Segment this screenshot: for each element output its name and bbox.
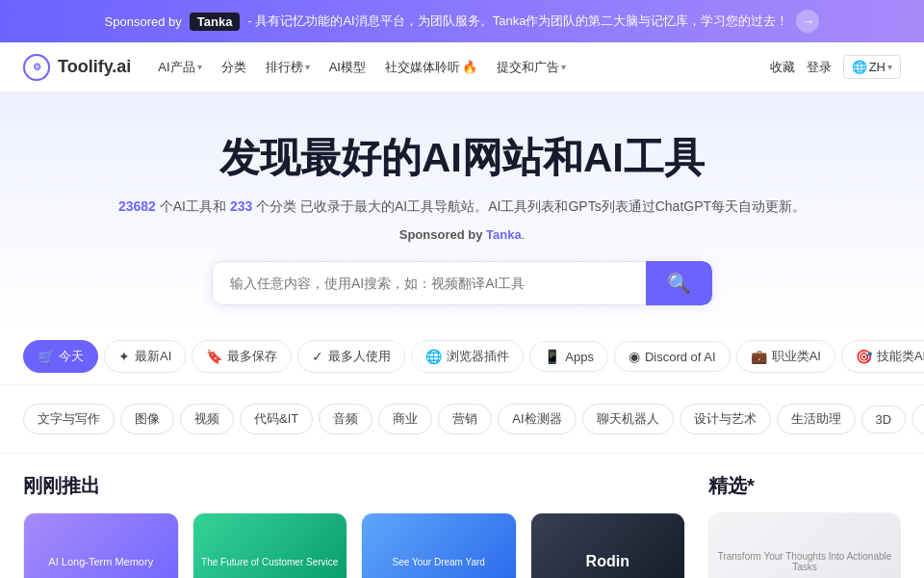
sponsored-suffix: . xyxy=(522,227,526,242)
sponsored-line: Sponsored by Tanka. xyxy=(23,227,901,242)
sponsor-prefix: Sponsored by xyxy=(105,14,182,29)
check-icon: ✓ xyxy=(312,349,323,364)
featured-title: 精选* xyxy=(708,473,901,499)
apps-icon: 📱 xyxy=(544,349,560,364)
hero-section: 发现最好的AI网站和AI工具 23682 个AI工具和 233 个分类 已收录于… xyxy=(0,92,924,328)
filter-tab-most-used[interactable]: ✓ 最多人使用 xyxy=(297,340,405,373)
chevron-down-icon: ▾ xyxy=(305,62,310,72)
tab-label: Apps xyxy=(565,350,594,364)
search-bar: 🔍 xyxy=(212,261,712,305)
nav-label: 提交和广告 xyxy=(497,59,559,76)
language-selector[interactable]: 🌐 ZH ▾ xyxy=(843,55,901,79)
filter-tab-most-saved[interactable]: 🔖 最多保存 xyxy=(192,340,292,373)
search-input[interactable] xyxy=(212,261,646,305)
hero-stats-text: 个AI工具和 xyxy=(156,198,230,214)
chrome-icon: 🌐 xyxy=(425,349,442,364)
filter-tab-newest[interactable]: ✦ 最新AI xyxy=(104,340,186,373)
card-jotform[interactable]: The Future of Customer Service Jotform A… xyxy=(192,512,348,578)
logo-icon: ⚙ xyxy=(23,54,50,81)
nav-label: 分类 xyxy=(221,59,246,76)
category-chips: 文字与写作 图像 视频 代码&IT 音频 商业 营销 AI检测器 聊天机器人 设… xyxy=(0,385,924,454)
save-button[interactable]: 收藏 xyxy=(770,59,795,76)
card-thumbnail-yardflip: See Your Dream Yard xyxy=(362,513,516,578)
nav-label: 排行榜 xyxy=(266,59,303,76)
nav-item-ai-model[interactable]: AI模型 xyxy=(321,53,373,82)
star-icon: ✦ xyxy=(118,349,130,364)
hero-title: 发现最好的AI网站和AI工具 xyxy=(23,131,901,185)
tab-label: 最新AI xyxy=(135,348,171,365)
tab-label: Discord of AI xyxy=(645,350,716,364)
nav-item-ai-products[interactable]: AI产品 ▾ xyxy=(150,53,209,82)
chip-image[interactable]: 图像 xyxy=(120,404,174,434)
chip-chatbot[interactable]: 聊天机器人 xyxy=(582,404,674,434)
filter-tab-apps[interactable]: 📱 Apps xyxy=(529,341,608,372)
cat-count: 233 xyxy=(230,198,252,214)
chip-life[interactable]: 生活助理 xyxy=(777,404,856,434)
discord-icon: ◉ xyxy=(629,349,640,364)
chip-marketing[interactable]: 营销 xyxy=(438,404,492,434)
tab-label: 浏览器插件 xyxy=(447,348,509,365)
card-yardflip[interactable]: See Your Dream Yard YardFlip ↗ 👍 0 xyxy=(361,512,517,578)
tab-label: 最多人使用 xyxy=(328,348,391,365)
main-content: 刚刚推出 AI Long-Term Memory Tanka ↗ ↑0.05% xyxy=(0,454,924,578)
new-tools-section: 刚刚推出 AI Long-Term Memory Tanka ↗ ↑0.05% xyxy=(23,473,685,578)
chevron-down-icon: ▾ xyxy=(197,62,202,72)
shopping-icon: 🛒 xyxy=(38,349,54,364)
banner-arrow-icon[interactable]: → xyxy=(796,10,819,33)
nav-item-categories[interactable]: 分类 xyxy=(214,53,254,82)
featured-card[interactable]: Transform Your Thoughts Into Actionable … xyxy=(708,512,901,578)
sponsored-brand-link[interactable]: Tanka xyxy=(486,227,522,242)
chip-video[interactable]: 视频 xyxy=(180,404,234,434)
hero-stats-tail: 个分类 已收录于最大的AI工具导航站。AI工具列表和GPTs列表通过ChatGP… xyxy=(252,198,806,214)
card-thumbnail-jotform: The Future of Customer Service xyxy=(193,513,347,578)
hero-subtitle: 23682 个AI工具和 233 个分类 已收录于最大的AI工具导航站。AI工具… xyxy=(23,198,901,216)
tab-label: 今天 xyxy=(59,348,84,365)
nav-label: 社交媒体聆听 xyxy=(385,59,460,76)
logo-text: Toolify.ai xyxy=(58,57,131,77)
login-button[interactable]: 登录 xyxy=(807,59,832,76)
nav-label: AI产品 xyxy=(158,59,194,76)
tab-label: 最多保存 xyxy=(227,348,277,365)
chevron-down-icon: ▾ xyxy=(561,62,566,72)
nav-item-social[interactable]: 社交媒体聆听 🔥 xyxy=(377,53,485,82)
chip-design[interactable]: 设计与艺术 xyxy=(680,404,771,434)
tool-count: 23682 xyxy=(118,198,156,214)
filter-tab-today[interactable]: 🛒 今天 xyxy=(23,340,98,373)
card-thumbnail-rodin: Rodin xyxy=(531,513,685,578)
globe-icon: 🌐 xyxy=(852,60,867,74)
featured-thumbnail: Transform Your Thoughts Into Actionable … xyxy=(709,513,900,578)
sponsor-text: - 具有记忆功能的AI消息平台，为团队服务。Tanka作为团队的第二大脑与记忆库… xyxy=(247,13,788,30)
filter-tab-career[interactable]: 💼 职业类AI xyxy=(736,340,835,373)
nav-item-submit[interactable]: 提交和广告 ▾ xyxy=(489,53,574,82)
filter-tab-skill[interactable]: 🎯 技能类AI xyxy=(841,340,924,373)
chip-audio[interactable]: 音频 xyxy=(319,404,372,434)
chip-business[interactable]: 商业 xyxy=(378,404,432,434)
chip-ai-detect[interactable]: AI检测器 xyxy=(498,404,576,434)
lang-label: ZH xyxy=(869,60,886,74)
nav-label: AI模型 xyxy=(329,59,366,76)
filter-tab-discord[interactable]: ◉ Discord of AI xyxy=(614,341,731,372)
card-rodin[interactable]: Rodin Rodin ↗ ↑1.0% ↑0.07% xyxy=(530,512,686,578)
chip-writing[interactable]: 文字与写作 xyxy=(23,404,115,434)
sponsor-brand[interactable]: Tanka xyxy=(190,13,241,31)
card-tanka[interactable]: AI Long-Term Memory Tanka ↗ ↑0.05% xyxy=(23,512,179,578)
nav-item-ranking[interactable]: 排行榜 ▾ xyxy=(258,53,318,82)
nav-right: 收藏 登录 🌐 ZH ▾ xyxy=(770,55,901,79)
briefcase-icon: 💼 xyxy=(751,349,767,364)
filter-tab-browser[interactable]: 🌐 浏览器插件 xyxy=(411,340,524,373)
section-new-title: 刚刚推出 xyxy=(23,473,685,499)
search-icon: 🔍 xyxy=(667,272,691,295)
search-button[interactable]: 🔍 xyxy=(646,261,712,305)
chevron-down-icon: ▾ xyxy=(887,62,892,72)
target-icon: 🎯 xyxy=(856,349,872,364)
tab-label: 职业类AI xyxy=(772,348,821,365)
card-thumbnail-tanka: AI Long-Term Memory xyxy=(24,513,178,578)
cards-grid: AI Long-Term Memory Tanka ↗ ↑0.05% xyxy=(23,512,685,578)
chip-code[interactable]: 代码&IT xyxy=(240,404,313,434)
chip-education[interactable]: 教育 xyxy=(911,404,924,434)
navbar: ⚙ Toolify.ai AI产品 ▾ 分类 排行榜 ▾ AI模型 社交媒体聆听… xyxy=(0,42,924,92)
logo[interactable]: ⚙ Toolify.ai xyxy=(23,54,131,81)
chip-3d[interactable]: 3D xyxy=(861,406,907,434)
sponsor-banner: Sponsored by Tanka - 具有记忆功能的AI消息平台，为团队服务… xyxy=(0,0,924,42)
featured-section: 精选* Transform Your Thoughts Into Actiona… xyxy=(708,473,901,578)
